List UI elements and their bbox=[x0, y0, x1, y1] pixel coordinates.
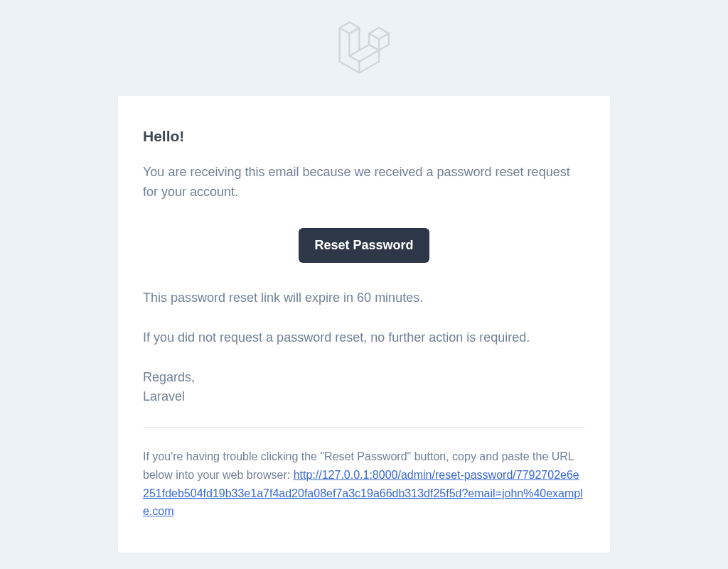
laravel-logo-icon: Laravel Logo bbox=[338, 21, 391, 75]
greeting-heading: Hello! bbox=[143, 128, 585, 145]
email-wrapper: Laravel Logo Hello! You are receiving th… bbox=[0, 0, 728, 553]
email-card: Hello! You are receiving this email beca… bbox=[118, 96, 610, 553]
expire-notice: This password reset link will expire in … bbox=[143, 288, 585, 308]
signoff-brand: Laravel bbox=[143, 387, 585, 407]
no-action-notice: If you did not request a password reset,… bbox=[143, 328, 585, 348]
subcopy: If you're having trouble clicking the "R… bbox=[143, 448, 585, 520]
signoff-regards: Regards, bbox=[143, 368, 585, 388]
reset-password-button[interactable]: Reset Password bbox=[299, 228, 429, 263]
logo-container: Laravel Logo bbox=[0, 21, 728, 75]
divider bbox=[143, 427, 585, 428]
button-row: Reset Password bbox=[143, 228, 585, 263]
signoff-block: Regards, Laravel bbox=[143, 368, 585, 408]
intro-paragraph: You are receiving this email because we … bbox=[143, 163, 585, 202]
